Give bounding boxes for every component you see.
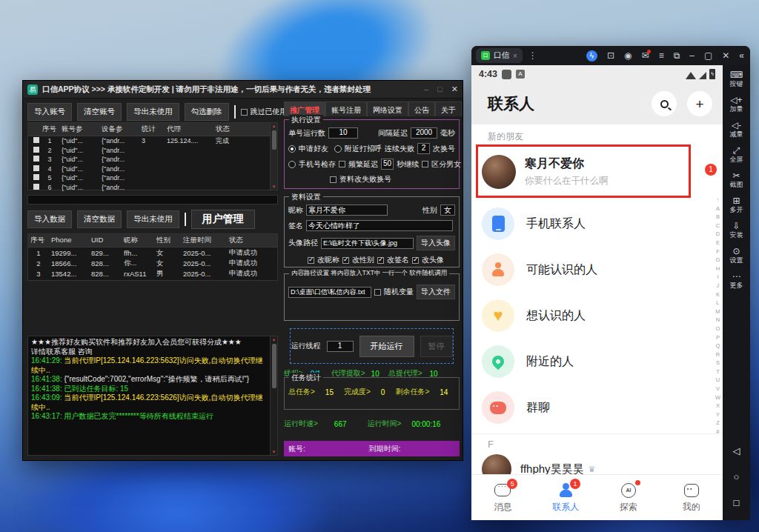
index-letter[interactable]: V: [716, 385, 720, 393]
scroll-thumb[interactable]: [272, 130, 276, 150]
list-item-nearby-people[interactable]: 附近的人: [471, 339, 723, 385]
index-letter[interactable]: T: [716, 368, 720, 376]
row-checkbox[interactable]: [33, 147, 39, 153]
index-letter[interactable]: H: [716, 265, 720, 273]
index-letter[interactable]: U: [716, 376, 720, 385]
delete-checked-button[interactable]: 勾选删除: [185, 103, 229, 121]
index-letter[interactable]: W: [715, 393, 720, 402]
content-path-input[interactable]: D:\桌面\口信\私信内容.txt: [288, 287, 371, 298]
table-row[interactable]: 3 13542... 828... rxAS11 男 2025-0... 申请成…: [28, 268, 277, 279]
import-avatar-button[interactable]: 导入头像: [417, 236, 455, 250]
table-row[interactable]: 6 {"uid"... {"andr...: [28, 183, 277, 193]
run-count-input[interactable]: 10: [328, 127, 358, 139]
index-letter[interactable]: Q: [716, 342, 720, 350]
account-icon[interactable]: ◉: [624, 51, 632, 60]
index-letter[interactable]: D: [716, 230, 720, 239]
index-letter[interactable]: Z: [716, 419, 720, 428]
index-letter[interactable]: P: [716, 333, 720, 342]
scroll-up-icon[interactable]: ▲: [272, 123, 276, 129]
export-unused-button[interactable]: 导出未使用: [127, 103, 179, 121]
scroll-down-icon[interactable]: ▼: [272, 449, 276, 455]
mail-icon[interactable]: ✉: [642, 51, 649, 60]
change-gender-checkbox[interactable]: [342, 257, 349, 264]
log-scrollbar[interactable]: ▲ ▼: [270, 336, 277, 455]
sidebar-tool[interactable]: ⤢ 全屏: [730, 145, 743, 164]
list-item-people-to-meet[interactable]: ♥ 想认识的人: [471, 293, 723, 339]
settings-tab[interactable]: 账号注册: [325, 102, 367, 116]
change-avatar-checkbox[interactable]: [412, 257, 419, 264]
boost-icon[interactable]: ϟ: [586, 50, 597, 61]
settings-tab[interactable]: 公告: [408, 102, 435, 116]
android-home-icon[interactable]: ○: [734, 471, 740, 482]
table-row[interactable]: 3 {"uid"... {"andr...: [28, 155, 277, 164]
import-accounts-button[interactable]: 导入账号: [27, 103, 72, 121]
index-letter[interactable]: F: [716, 247, 720, 256]
sidebar-tool[interactable]: ⋯ 更多: [730, 271, 743, 290]
row-checkbox[interactable]: [33, 156, 39, 162]
nav-contacts[interactable]: 1 联系人: [534, 475, 597, 520]
search-button[interactable]: [652, 91, 677, 116]
add-contact-button[interactable]: +: [687, 91, 712, 116]
close-icon[interactable]: ✕: [451, 84, 458, 94]
minimize-icon[interactable]: –: [424, 84, 428, 94]
index-letter[interactable]: Y: [716, 410, 720, 419]
tab-menu-icon[interactable]: ⋮: [528, 50, 538, 61]
gamepad-icon[interactable]: ⊡: [607, 51, 614, 60]
interval-input[interactable]: 2000: [411, 127, 437, 139]
sidebar-tool[interactable]: ⊙ 设置: [730, 246, 743, 265]
sidebar-tool[interactable]: ⊞ 多开: [730, 196, 743, 214]
settings-tab[interactable]: 关于: [435, 102, 462, 116]
apply-friend-radio[interactable]: [288, 145, 296, 153]
user-management-button[interactable]: 用户管理: [191, 210, 255, 229]
index-letter[interactable]: J: [717, 282, 720, 290]
index-letter[interactable]: ↑: [717, 196, 720, 205]
close-icon[interactable]: ✕: [722, 51, 729, 60]
scroll-thumb[interactable]: [272, 344, 276, 388]
index-letter[interactable]: M: [715, 307, 720, 316]
fail-count-input[interactable]: 2: [417, 143, 430, 154]
change-sign-checkbox[interactable]: [377, 257, 384, 264]
index-letter[interactable]: B: [716, 213, 720, 222]
index-letter[interactable]: #: [716, 428, 719, 436]
minimize-icon[interactable]: –: [689, 51, 695, 60]
settings-tab[interactable]: 网络设置: [367, 102, 408, 116]
android-back-icon[interactable]: ◁: [733, 445, 740, 456]
import-data-button[interactable]: 导入数据: [27, 210, 72, 228]
index-letter[interactable]: K: [716, 290, 720, 299]
index-letter[interactable]: E: [716, 239, 720, 247]
emulator-tab[interactable]: 口 口信 ×: [476, 48, 523, 63]
pause-button[interactable]: 暂停: [420, 336, 453, 357]
row-checkbox[interactable]: [33, 174, 39, 180]
contact-row-highlighted[interactable]: 寒月不爱你 你要什么在干什么啊 1: [471, 143, 723, 201]
maximize-icon[interactable]: ▢: [704, 51, 712, 60]
index-letter[interactable]: A: [716, 205, 720, 213]
settings-tab[interactable]: 推广管理: [284, 102, 325, 116]
gender-input[interactable]: 女: [440, 205, 455, 216]
table-row[interactable]: 4 {"uid"... {"andr...: [28, 164, 277, 174]
export-unused-data-button[interactable]: 导出未使用: [127, 210, 179, 228]
index-letter[interactable]: N: [716, 316, 720, 325]
signature-input[interactable]: 今天心情咋样了: [306, 220, 453, 231]
row-checkbox[interactable]: [33, 137, 39, 143]
index-letter[interactable]: I: [717, 273, 718, 282]
index-letter[interactable]: O: [716, 325, 720, 333]
alphabet-index[interactable]: ↑ABCDEFGHIJKLMNOPQRSTUVWXYZ#: [715, 196, 720, 436]
scroll-up-icon[interactable]: ▲: [272, 336, 276, 342]
index-letter[interactable]: C: [716, 222, 720, 230]
sidebar-tool[interactable]: ⇩ 安装: [730, 221, 743, 239]
change-nick-checkbox[interactable]: [308, 257, 314, 264]
random-var-checkbox[interactable]: [374, 289, 381, 296]
row-checkbox[interactable]: [33, 165, 39, 171]
gender-split-checkbox[interactable]: [422, 161, 428, 167]
menu-icon[interactable]: ≡: [659, 51, 664, 60]
nav-explore[interactable]: AI 探索: [597, 475, 660, 520]
nickname-input[interactable]: 寒月不爱你: [306, 205, 388, 216]
table-row[interactable]: 2 18566... 828... 你... 女 2025-0... 申请成功: [28, 258, 277, 268]
app-titlebar[interactable]: 易 口信APP协议 >>> 承接软件定制开发 | 请勿用于非法用途，一切后果与作…: [23, 81, 463, 99]
start-run-button[interactable]: 开始运行: [359, 336, 414, 357]
skip-used-checkbox[interactable]: [241, 109, 248, 116]
profile-fail-checkbox[interactable]: [330, 176, 337, 183]
import-file-button[interactable]: 导入文件: [417, 285, 455, 299]
sidebar-tool[interactable]: ⌨ 按键: [730, 70, 743, 88]
clear-data-button[interactable]: 清空数据: [77, 210, 122, 228]
